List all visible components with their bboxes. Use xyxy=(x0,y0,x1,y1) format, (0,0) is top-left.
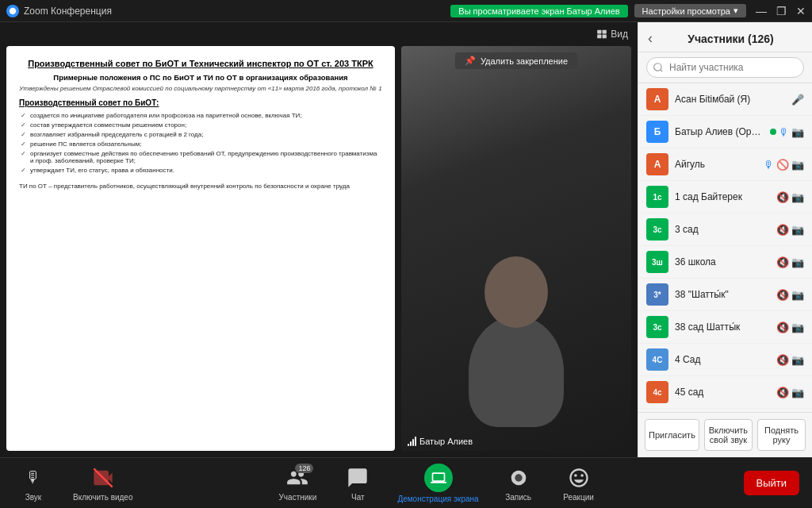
raise-hand-button[interactable]: Поднять руку xyxy=(757,419,806,451)
avatar: 3с xyxy=(646,316,668,338)
svg-point-6 xyxy=(515,474,522,481)
panel-footer: Пригласить Включить свой звук Поднять ру… xyxy=(638,412,812,457)
active-indicator xyxy=(770,129,776,135)
video-off-icon: 📷 xyxy=(791,321,804,333)
participant-video xyxy=(401,46,631,451)
mic-icon: 🔇 xyxy=(776,387,789,398)
participants-button[interactable]: 126 Участники xyxy=(277,465,318,502)
list-item: А Асан Біtімбай (Я) 🎤 xyxy=(638,83,812,116)
screen-share-icon xyxy=(424,464,453,492)
participant-name: 36 школа xyxy=(675,256,770,267)
mic-icon: 🔇 xyxy=(776,289,789,301)
record-button[interactable]: Запись xyxy=(498,465,539,502)
mic-icon: 🎙 xyxy=(764,159,774,171)
toolbar-right: Выйти xyxy=(744,471,800,495)
avatar: 3с xyxy=(646,218,668,241)
participant-name: 4 Сад xyxy=(675,354,770,365)
slide-bullet-6: утверждает ТИ, его статус, права и обяза… xyxy=(19,167,382,174)
slide-bullet-1: создается по инициативе работодателя или… xyxy=(19,112,382,119)
participant-name: 38 сад Шатты́к xyxy=(675,321,770,333)
main-area: Вид Производственный совет по БиОТ и Тех… xyxy=(0,22,812,457)
camera-icon: 📷 xyxy=(791,126,804,138)
participant-icons: 🔇 📷 xyxy=(776,256,804,268)
avatar: 3* xyxy=(646,283,668,306)
list-item: 4С 4 Сад 🔇 📷 xyxy=(638,344,812,376)
participant-list: А Асан Біtімбай (Я) 🎤 Б Батыр Алиев (Орг… xyxy=(638,83,812,412)
exit-button[interactable]: Выйти xyxy=(744,471,800,495)
participant-name: Асан Біtімбай (Я) xyxy=(675,94,785,105)
slide-footer: ТИ по ОТ – представитель работников, осу… xyxy=(19,183,382,190)
screen-share-button[interactable]: Демонстрация экрана xyxy=(397,464,478,503)
avatar: 4с xyxy=(646,381,668,403)
invite-button[interactable]: Пригласить xyxy=(645,419,699,451)
camera-off-icon xyxy=(90,465,116,491)
participants-panel: ‹ Участники (126) А Асан Біtімбай (Я) 🎤 … xyxy=(638,22,812,457)
participant-name: 45 сад xyxy=(675,387,770,398)
video-off-icon: 📷 xyxy=(791,191,804,203)
participant-name: Батыр Алиев (Организатор) xyxy=(675,126,764,137)
slide-bullet-2: состав утверждается совместным решением … xyxy=(19,121,382,129)
view-settings-button[interactable]: Настройки просмотра ▾ xyxy=(634,4,746,17)
app-title: Zoom Конференция xyxy=(24,6,450,17)
list-item: 4с 45 сад 🔇 📷 xyxy=(638,376,812,409)
video-off-icon: 📷 xyxy=(791,224,804,236)
participant-icons: 🎙 🚫 📷 xyxy=(764,159,804,171)
slide-subtitle2: Утверждены решением Отраслевой комиссией… xyxy=(19,85,382,92)
reactions-button[interactable]: Реакции xyxy=(558,465,599,502)
video-off-icon: 📷 xyxy=(791,159,804,171)
participants-icon: 126 xyxy=(285,465,310,491)
video-button[interactable]: Включить видео xyxy=(73,465,133,502)
app-icon xyxy=(6,5,19,17)
video-area: Вид Производственный совет по БиОТ и Тех… xyxy=(0,22,638,457)
titlebar: Zoom Конференция Вы просматриваете экран… xyxy=(0,0,812,22)
svg-rect-1 xyxy=(603,30,607,34)
mic-icon: 🔇 xyxy=(776,321,789,333)
participant-icons: 🎤 xyxy=(791,94,804,106)
slide-section: Производственный совет по БиОТ: xyxy=(19,98,382,107)
svg-rect-0 xyxy=(597,30,601,34)
video-off-icon: 📷 xyxy=(791,354,804,366)
minimize-button[interactable]: — xyxy=(756,5,767,17)
avatar: 4С xyxy=(646,348,668,371)
list-item: 3ш 36 школа 🔇 📷 xyxy=(638,246,812,279)
unpin-button[interactable]: 📌 Удалить закрепление xyxy=(455,52,577,69)
participant-name-label: Батыр Алиев xyxy=(419,437,473,446)
participant-name: 38 "Шатты́к" xyxy=(675,289,770,300)
slide-subtitle: Примерные положения о ПС по БиОТ и ТИ по… xyxy=(19,73,382,82)
titlebar-center: Вы просматриваете экран Батыр Алиев Наст… xyxy=(450,4,746,17)
video-content: Производственный совет по БиОТ и Техниче… xyxy=(6,46,631,451)
close-button[interactable]: ✕ xyxy=(796,5,806,17)
participant-name: 3 сад xyxy=(675,224,770,235)
search-input[interactable] xyxy=(646,57,804,78)
chat-icon xyxy=(345,465,370,491)
avatar: 1с xyxy=(646,186,668,208)
webcam-container: 📌 Удалить закрепление Батыр Алиев xyxy=(401,46,631,451)
list-item: Б Батыр Алиев (Организатор) 🎙 📷 xyxy=(638,116,812,148)
panel-title: Участники (126) xyxy=(659,33,802,45)
participant-icons: 🔇 📷 xyxy=(776,387,804,398)
mic-icon: 🔇 xyxy=(776,224,789,236)
avatar: А xyxy=(646,153,668,175)
list-item: 3с 3 сад 🔇 📷 xyxy=(638,214,812,246)
avatar: А xyxy=(646,88,668,110)
restore-button[interactable]: ❐ xyxy=(776,5,787,17)
participant-icons: 🔇 📷 xyxy=(776,224,804,236)
list-item: 3с 38 сад Шатты́к 🔇 📷 xyxy=(638,311,812,344)
video-off-icon: 📷 xyxy=(791,387,804,398)
list-item: 3* 38 "Шатты́к" 🔇 📷 xyxy=(638,279,812,311)
mic-icon: 🎙 xyxy=(21,465,46,491)
signal-icon xyxy=(408,437,416,446)
participant-icons: 🔇 📷 xyxy=(776,321,804,333)
slide-bullet-3: возглавляет избранный председатель с рот… xyxy=(19,131,382,138)
screen-share-notification: Вы просматриваете экран Батыр Алиев xyxy=(450,5,627,17)
unmute-self-button[interactable]: Включить свой звук xyxy=(704,419,753,451)
slide-bullet-5: организует совместные действия по обеспе… xyxy=(19,150,382,164)
avatar: Б xyxy=(646,121,668,143)
toolbar: 🎙 Звук Включить видео 126 Участники Чат xyxy=(0,457,812,508)
webcam-label: Батыр Алиев xyxy=(408,437,473,446)
audio-button[interactable]: 🎙 Звук xyxy=(13,465,54,502)
chat-button[interactable]: Чат xyxy=(337,465,378,502)
panel-back-button[interactable]: ‹ xyxy=(648,30,653,47)
svg-rect-3 xyxy=(603,35,607,39)
slide-inner: Производственный совет по БиОТ и Техниче… xyxy=(6,46,395,451)
